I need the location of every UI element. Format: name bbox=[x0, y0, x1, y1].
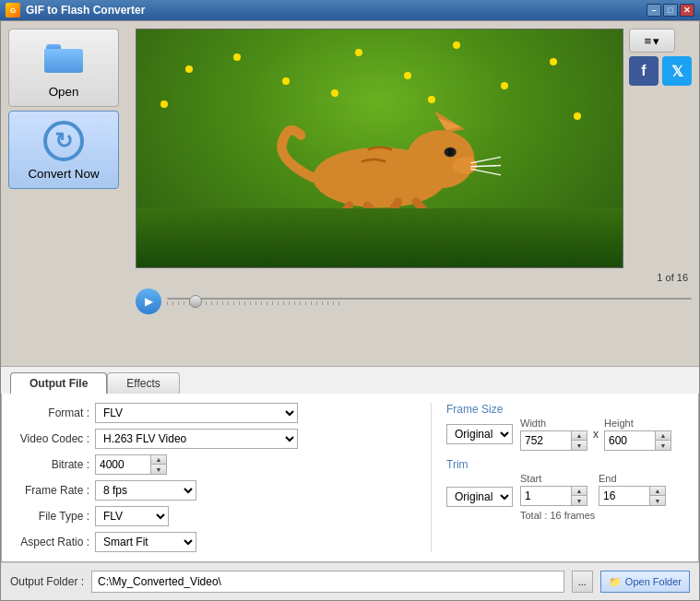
folder-icon bbox=[44, 44, 83, 74]
svg-point-9 bbox=[447, 148, 452, 156]
minimize-button[interactable]: – bbox=[647, 4, 661, 17]
width-arrows: ▲ ▼ bbox=[571, 430, 587, 451]
end-arrows: ▲ ▼ bbox=[649, 486, 666, 506]
facebook-button[interactable]: f bbox=[629, 56, 658, 86]
open-icon bbox=[42, 37, 86, 81]
start-up[interactable]: ▲ bbox=[572, 487, 587, 496]
frame-rate-label: Frame Rate : bbox=[11, 484, 89, 497]
end-input[interactable] bbox=[599, 486, 649, 506]
aspect-ratio-row: Aspect Ratio : Smart Fit Stretch Origina… bbox=[11, 532, 412, 552]
convert-now-button[interactable]: Convert Now bbox=[8, 111, 119, 189]
slider-thumb bbox=[189, 295, 202, 308]
flower bbox=[404, 72, 411, 79]
video-codec-select[interactable]: H.263 FLV Video H.264 bbox=[95, 429, 298, 449]
convert-arrows-icon bbox=[43, 121, 84, 161]
frame-size-row: Original Custom Width ▲ bbox=[446, 418, 689, 451]
flower bbox=[331, 89, 338, 97]
frame-size-title: Frame Size bbox=[446, 403, 689, 416]
trim-title: Trim bbox=[446, 458, 689, 471]
video-preview bbox=[136, 29, 623, 268]
flower bbox=[160, 100, 168, 108]
svg-line-13 bbox=[470, 169, 501, 175]
start-input[interactable] bbox=[520, 486, 571, 506]
maximize-button[interactable]: □ bbox=[663, 4, 678, 17]
end-label: End bbox=[599, 473, 617, 484]
flower bbox=[233, 53, 241, 61]
output-folder-label: Output Folder : bbox=[10, 575, 84, 588]
tab-output-file[interactable]: Output File bbox=[10, 372, 107, 394]
tab-effects[interactable]: Effects bbox=[107, 372, 179, 394]
play-button[interactable]: ▶ bbox=[136, 289, 161, 314]
end-group: End ▲ ▼ bbox=[599, 473, 666, 506]
open-button[interactable]: Open bbox=[8, 29, 119, 107]
social-buttons: f 𝕏 bbox=[629, 56, 692, 86]
width-down[interactable]: ▼ bbox=[572, 441, 587, 450]
frame-size-preset-select[interactable]: Original Custom bbox=[446, 424, 513, 444]
flower bbox=[282, 77, 290, 85]
width-input[interactable] bbox=[520, 430, 571, 451]
browse-button[interactable]: ... bbox=[572, 571, 593, 593]
open-folder-button[interactable]: 📁 Open Folder bbox=[600, 571, 690, 593]
end-up[interactable]: ▲ bbox=[650, 487, 665, 496]
trim-preset-select[interactable]: Original Custom bbox=[446, 487, 513, 507]
height-group: Height ▲ ▼ bbox=[604, 418, 671, 451]
bitrate-input[interactable] bbox=[95, 454, 150, 475]
video-codec-row: Video Codec : H.263 FLV Video H.264 bbox=[11, 429, 412, 449]
flower bbox=[355, 49, 362, 56]
output-path-input[interactable] bbox=[91, 571, 564, 593]
frame-counter: 1 of 16 bbox=[136, 272, 688, 283]
tabs-section: Output File Effects Format : FLV SWF AVI… bbox=[1, 366, 699, 562]
height-label: Height bbox=[604, 418, 634, 429]
height-input[interactable] bbox=[604, 430, 655, 451]
timeline-slider[interactable] bbox=[167, 298, 692, 300]
trim-row: Original Custom Start ▲ bbox=[446, 473, 689, 521]
width-height-labels: Width ▲ ▼ x bbox=[520, 418, 671, 451]
cat-scene bbox=[136, 29, 623, 267]
svg-point-10 bbox=[453, 157, 477, 173]
format-label: Format : bbox=[11, 407, 89, 419]
bitrate-up[interactable]: ▲ bbox=[151, 455, 166, 465]
aspect-ratio-label: Aspect Ratio : bbox=[11, 536, 89, 548]
format-select[interactable]: FLV SWF AVI MP4 bbox=[95, 403, 298, 423]
list-view-button[interactable]: ≡ ▾ bbox=[629, 29, 675, 53]
file-type-select[interactable]: FLV SWF bbox=[95, 506, 169, 526]
start-group: Start ▲ ▼ bbox=[520, 473, 587, 506]
flower bbox=[574, 112, 581, 120]
height-down[interactable]: ▼ bbox=[656, 441, 670, 450]
list-icon: ≡ bbox=[645, 34, 652, 48]
width-up[interactable]: ▲ bbox=[572, 431, 587, 441]
height-up[interactable]: ▲ bbox=[656, 431, 670, 441]
open-label: Open bbox=[49, 85, 79, 99]
close-button[interactable]: ✕ bbox=[680, 4, 694, 17]
preview-area: ≡ ▾ f 𝕏 1 of 16 bbox=[136, 29, 692, 359]
right-settings: Frame Size Original Custom Width bbox=[431, 403, 689, 552]
start-spinner: ▲ ▼ bbox=[520, 486, 587, 506]
bitrate-spinner: ▲ ▼ bbox=[95, 454, 167, 475]
tick-marks bbox=[167, 301, 692, 305]
frame-rate-select[interactable]: 8 fps 10 fps 15 fps 24 fps 30 fps bbox=[95, 480, 196, 501]
start-label: Start bbox=[520, 473, 541, 484]
end-down[interactable]: ▼ bbox=[650, 496, 665, 505]
width-spinner: ▲ ▼ bbox=[520, 430, 587, 451]
preview-top: ≡ ▾ f 𝕏 bbox=[136, 29, 692, 268]
file-type-row: File Type : FLV SWF bbox=[11, 506, 412, 526]
video-codec-label: Video Codec : bbox=[11, 432, 89, 445]
trim-section: Trim Original Custom Start bbox=[446, 458, 689, 521]
twitter-button[interactable]: 𝕏 bbox=[662, 56, 692, 86]
app-icon: G bbox=[6, 3, 20, 18]
dropdown-icon: ▾ bbox=[653, 34, 659, 48]
bitrate-down[interactable]: ▼ bbox=[151, 465, 166, 474]
start-down[interactable]: ▼ bbox=[572, 496, 587, 505]
aspect-ratio-select[interactable]: Smart Fit Stretch Original bbox=[95, 532, 196, 552]
svg-line-11 bbox=[470, 157, 501, 163]
flower bbox=[453, 41, 460, 49]
x-separator: x bbox=[593, 428, 599, 441]
bitrate-row: Bitrate : ▲ ▼ bbox=[11, 454, 412, 475]
slider-area bbox=[167, 298, 692, 305]
convert-icon-container bbox=[42, 119, 86, 163]
flower bbox=[185, 65, 193, 73]
start-end-labels: Start ▲ ▼ bbox=[520, 473, 666, 506]
width-label: Width bbox=[520, 418, 546, 429]
folder-open-icon: 📁 bbox=[609, 576, 622, 588]
se-inputs: Start ▲ ▼ bbox=[520, 473, 666, 521]
